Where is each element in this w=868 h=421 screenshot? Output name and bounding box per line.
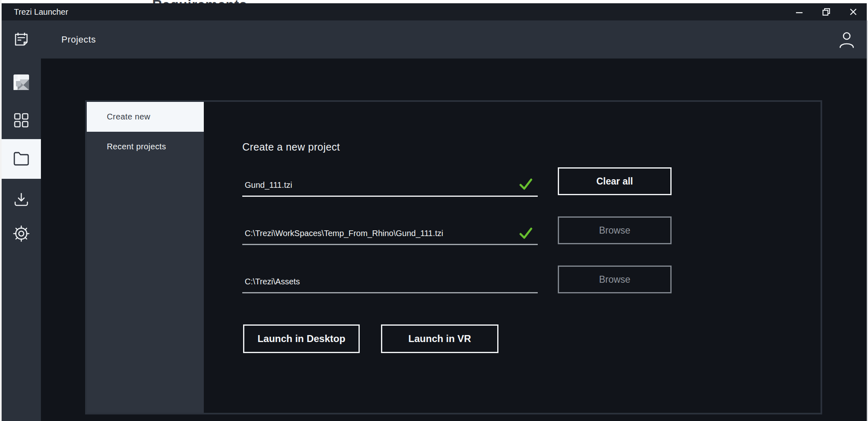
tab-create-new[interactable]: Create new xyxy=(87,102,204,132)
page-title: Projects xyxy=(61,20,96,59)
screen: Requirements Trezi Launcher xyxy=(0,0,868,421)
launch-vr-button[interactable]: Launch in VR xyxy=(381,324,498,353)
gear-icon xyxy=(13,225,30,243)
sidebar-item-projects[interactable] xyxy=(2,146,41,172)
restore-button[interactable] xyxy=(813,3,840,20)
browse-workspace-button[interactable]: Browse xyxy=(558,216,672,244)
assets-path-field[interactable]: C:\Trezi\Assets xyxy=(242,259,538,293)
rhino-logo-icon xyxy=(14,74,29,91)
user-profile-button[interactable] xyxy=(838,31,856,49)
main-area: Create new Recent projects Create a new … xyxy=(41,59,867,421)
browse-assets-button[interactable]: Browse xyxy=(558,266,672,293)
check-icon xyxy=(518,176,534,193)
workspace-path-value: C:\Trezi\WorkSpaces\Temp_From_Rhino\Gund… xyxy=(245,229,443,238)
restore-icon xyxy=(822,7,831,16)
close-button[interactable] xyxy=(840,3,867,20)
download-icon xyxy=(13,192,29,209)
window-title: Trezi Launcher xyxy=(14,3,68,20)
projects-panel: Create new Recent projects Create a new … xyxy=(85,100,822,414)
title-bar[interactable]: Trezi Launcher xyxy=(2,3,867,20)
launch-desktop-button[interactable]: Launch in Desktop xyxy=(243,324,360,353)
close-icon xyxy=(849,7,858,16)
grid-icon xyxy=(13,112,29,130)
clear-all-button[interactable]: Clear all xyxy=(558,167,672,195)
header-bar: Projects xyxy=(41,20,867,59)
sidebar-item-notes[interactable] xyxy=(2,28,41,52)
folder-icon xyxy=(13,151,29,167)
notepad-icon xyxy=(13,31,30,50)
workspace-path-field[interactable]: C:\Trezi\WorkSpaces\Temp_From_Rhino\Gund… xyxy=(242,211,538,245)
tab-recent-projects[interactable]: Recent projects xyxy=(87,132,204,162)
check-icon xyxy=(518,225,534,242)
minimize-button[interactable] xyxy=(786,3,813,20)
window-controls xyxy=(786,3,867,20)
tab-list: Create new Recent projects xyxy=(87,102,204,413)
minimize-icon xyxy=(795,7,804,16)
sidebar-item-apps[interactable] xyxy=(2,108,41,133)
sidebar-item-settings[interactable] xyxy=(2,222,41,246)
sidebar xyxy=(2,20,41,421)
sidebar-item-downloads[interactable] xyxy=(2,188,41,213)
user-icon xyxy=(838,44,856,50)
project-name-value: Gund_111.tzi xyxy=(245,180,292,190)
trezi-launcher-window: Trezi Launcher xyxy=(2,3,867,421)
sidebar-item-rhino[interactable] xyxy=(2,70,41,95)
form-heading: Create a new project xyxy=(242,141,340,153)
project-name-field[interactable]: Gund_111.tzi xyxy=(242,163,538,197)
assets-path-value: C:\Trezi\Assets xyxy=(245,277,300,286)
